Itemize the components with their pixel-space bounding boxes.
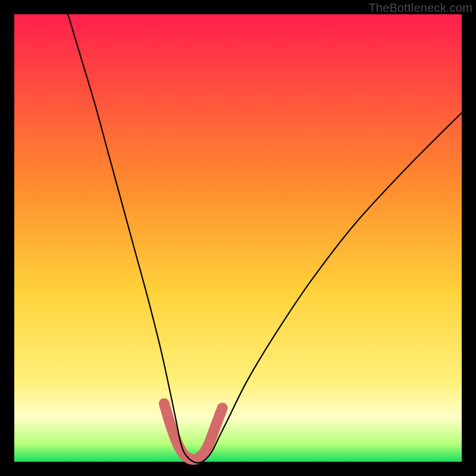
chart-frame: TheBottleneck.com — [0, 0, 476, 476]
watermark-text: TheBottleneck.com — [368, 1, 472, 15]
curve-layer — [14, 14, 462, 462]
bottleneck-curve — [68, 14, 462, 463]
basin-highlight — [164, 403, 223, 459]
plot-area — [14, 14, 462, 462]
